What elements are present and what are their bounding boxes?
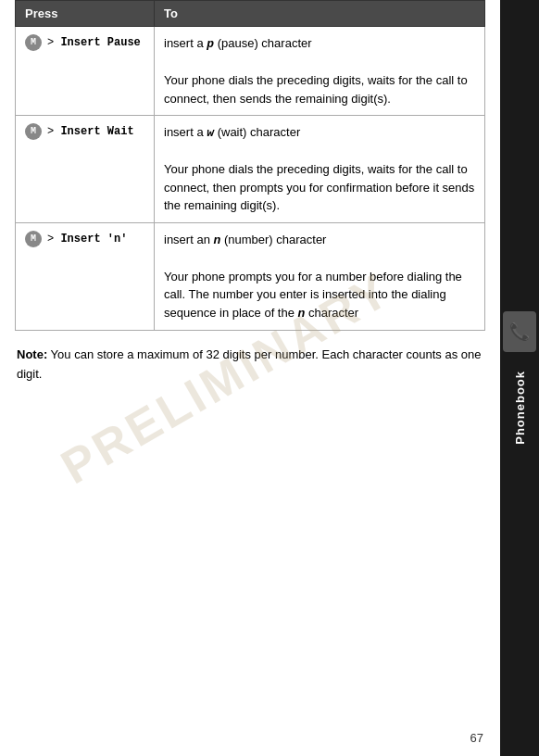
inline-code-n1: n <box>213 233 220 247</box>
menu-key-icon: M <box>25 231 42 247</box>
col-to-header: To <box>155 1 485 27</box>
right-sidebar: Phonebook <box>500 0 539 756</box>
phone-icon <box>503 311 536 352</box>
menu-key-icon: M <box>25 123 42 140</box>
inline-code-w: w <box>207 126 214 140</box>
note-section: Note: You can store a maximum of 32 digi… <box>15 346 485 384</box>
table-row: M > Insert Wait insert a w (wait) charac… <box>16 116 485 223</box>
table-header-row: Press To <box>16 1 485 27</box>
table-row: M > Insert Pause insert a p (pause) char… <box>16 27 485 116</box>
sidebar-label: Phonebook <box>513 371 527 445</box>
menu-key-icon: M <box>25 34 42 51</box>
press-label-wait: > Insert Wait <box>47 123 134 140</box>
to-cell-pause: insert a p (pause) character Your phone … <box>155 27 485 116</box>
to-cell-n: insert an n (number) character Your phon… <box>155 222 485 331</box>
note-label: Note: <box>17 347 47 361</box>
press-cell-wait: M > Insert Wait <box>16 116 155 223</box>
col-press-header: Press <box>16 1 155 27</box>
table-row: M > Insert 'n' insert an n (number) char… <box>16 222 485 331</box>
page-container: PRELIMINARY Phonebook Press To M > Inse <box>0 0 539 756</box>
press-cell-pause: M > Insert Pause <box>16 27 155 116</box>
note-text: You can store a maximum of 32 digits per… <box>17 347 482 381</box>
to-cell-wait: insert a w (wait) character Your phone d… <box>155 116 485 223</box>
inline-code-p: p <box>207 37 214 51</box>
press-label-n: > Insert 'n' <box>47 231 127 247</box>
press-cell-n: M > Insert 'n' <box>16 222 155 331</box>
press-label-pause: > Insert Pause <box>47 34 141 51</box>
reference-table: Press To M > Insert Pause insert a p (pa… <box>15 0 485 331</box>
inline-code-n2: n <box>298 307 306 321</box>
main-content: Press To M > Insert Pause insert a p (pa… <box>0 0 500 399</box>
page-number: 67 <box>470 731 483 745</box>
